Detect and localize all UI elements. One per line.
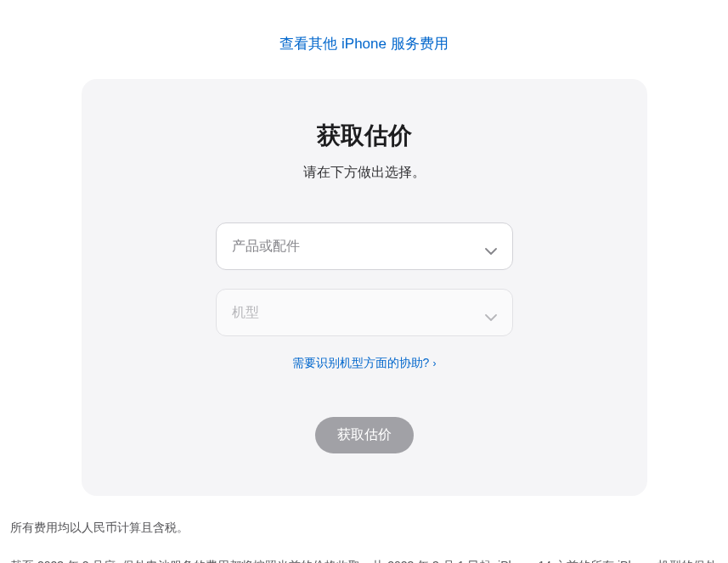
chevron-right-icon: ›	[432, 358, 436, 369]
view-other-services-link[interactable]: 查看其他 iPhone 服务费用	[279, 36, 448, 52]
footer-pricing-pre: 截至 2023 年 2 月底, 保外电池服务的费用都将按照当前的价格收取。从 2…	[10, 559, 717, 563]
card-title: 获取估价	[116, 120, 613, 152]
footer-note-currency: 所有费用均以人民币计算且含税。	[10, 516, 718, 539]
chevron-down-icon	[485, 309, 497, 316]
card-subtitle: 请在下方做出选择。	[116, 164, 613, 182]
identify-model-help-link[interactable]: 需要识别机型方面的协助?›	[292, 356, 437, 369]
chevron-down-icon	[485, 243, 497, 250]
footer-note-pricing: 截至 2023 年 2 月底, 保外电池服务的费用都将按照当前的价格收取。从 2…	[10, 555, 718, 563]
model-select[interactable]: 机型	[216, 289, 513, 336]
get-estimate-button[interactable]: 获取估价	[315, 417, 414, 453]
model-select-placeholder: 机型	[232, 304, 259, 322]
help-link-label: 需要识别机型方面的协助?	[292, 356, 430, 369]
product-select-placeholder: 产品或配件	[232, 238, 300, 256]
product-select[interactable]: 产品或配件	[216, 222, 513, 270]
footer-text: 所有费用均以人民币计算且含税。 截至 2023 年 2 月底, 保外电池服务的费…	[0, 496, 728, 563]
estimate-card: 获取估价 请在下方做出选择。 产品或配件 机型 需要识别机型方面的协助?› 获取…	[82, 79, 647, 496]
